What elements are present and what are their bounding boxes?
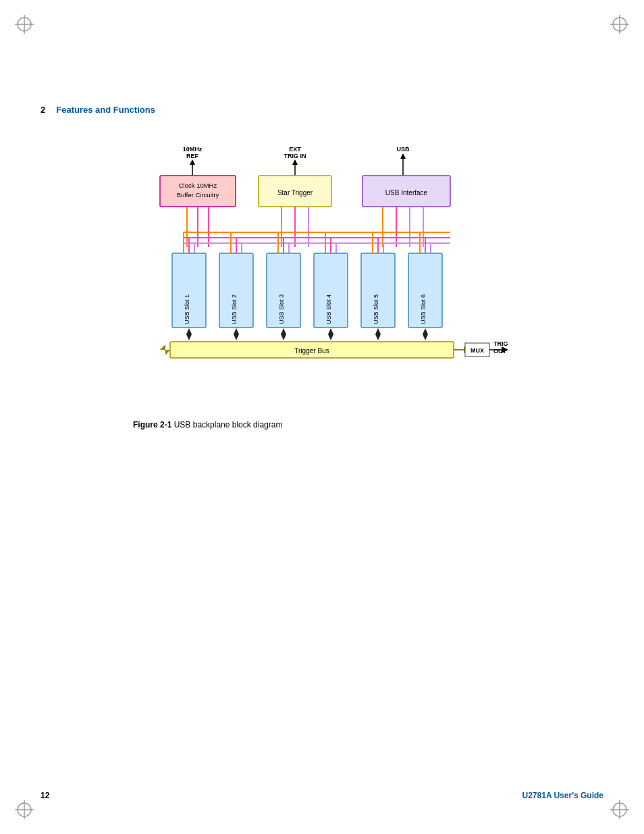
- chapter-title: Features and Functions: [56, 105, 155, 115]
- svg-text:EXT: EXT: [289, 146, 301, 153]
- svg-text:USB Slot 3: USB Slot 3: [278, 294, 285, 324]
- svg-text:Buffer Circuitry: Buffer Circuitry: [177, 191, 219, 199]
- svg-marker-74: [234, 328, 239, 340]
- svg-text:USB Slot 5: USB Slot 5: [373, 294, 379, 324]
- footer-document-title: U2781A User's Guide: [522, 791, 603, 800]
- corner-mark-tr: [608, 12, 632, 36]
- svg-text:TRIG IN: TRIG IN: [284, 153, 306, 159]
- svg-text:Clock 10MHz: Clock 10MHz: [179, 182, 217, 189]
- svg-text:USB Slot 2: USB Slot 2: [231, 294, 238, 324]
- svg-marker-81: [160, 344, 170, 355]
- figure-caption: Figure 2-1 USB backplane block diagram: [133, 420, 511, 429]
- svg-marker-21: [400, 153, 406, 159]
- svg-marker-77: [375, 328, 381, 340]
- figure-description: USB backplane block diagram: [174, 420, 283, 429]
- svg-marker-14: [190, 159, 195, 165]
- corner-mark-tl: [12, 12, 36, 36]
- svg-text:USB: USB: [396, 146, 410, 153]
- diagram-svg: 10MHz REF EXT TRIG IN USB Clock 10MHz Bu…: [133, 142, 511, 408]
- svg-text:USB Slot 4: USB Slot 4: [325, 294, 332, 324]
- svg-text:USB Interface: USB Interface: [385, 189, 428, 197]
- svg-text:TRIG: TRIG: [493, 340, 508, 347]
- figure-label: Figure 2-1: [133, 420, 171, 429]
- svg-marker-76: [328, 328, 333, 340]
- svg-marker-18: [292, 159, 298, 165]
- svg-marker-75: [281, 328, 286, 340]
- svg-marker-73: [186, 328, 192, 340]
- page-footer: 12 U2781A User's Guide: [41, 791, 603, 800]
- chapter-number: 2: [41, 105, 45, 115]
- corner-mark-br: [608, 798, 632, 822]
- page-header: 2 Features and Functions: [41, 105, 603, 115]
- svg-text:Star Trigger: Star Trigger: [277, 189, 313, 197]
- svg-text:REF: REF: [186, 153, 199, 159]
- svg-text:USB Slot 1: USB Slot 1: [184, 294, 190, 324]
- svg-marker-78: [423, 328, 428, 340]
- diagram-area: 10MHz REF EXT TRIG IN USB Clock 10MHz Bu…: [41, 142, 603, 429]
- svg-text:Trigger Bus: Trigger Bus: [294, 347, 329, 355]
- footer-page-number: 12: [41, 791, 49, 800]
- svg-text:10MHz: 10MHz: [183, 146, 203, 153]
- svg-text:USB Slot 6: USB Slot 6: [420, 294, 427, 324]
- corner-mark-bl: [12, 798, 36, 822]
- svg-text:MUX: MUX: [471, 347, 484, 354]
